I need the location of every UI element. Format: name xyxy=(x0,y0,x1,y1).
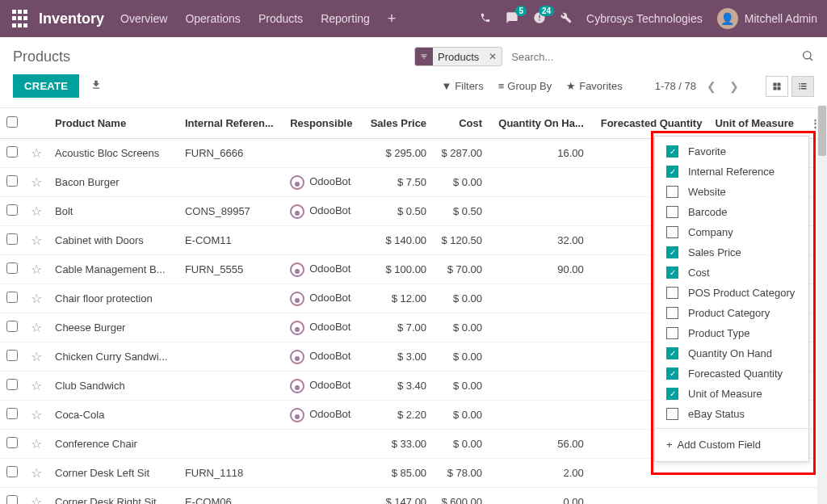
tools-icon[interactable] xyxy=(560,12,572,26)
table-row[interactable]: ☆Corner Desk Left SitFURN_1118$ 85.00$ 7… xyxy=(0,459,827,488)
row-checkbox[interactable] xyxy=(6,175,18,187)
phone-icon[interactable] xyxy=(480,12,491,26)
kanban-view-icon[interactable] xyxy=(766,76,788,97)
field-option[interactable]: POS Product Category xyxy=(655,283,808,303)
row-checkbox[interactable] xyxy=(6,233,18,245)
checkbox-icon xyxy=(666,307,678,319)
field-option[interactable]: ✓Internal Reference xyxy=(655,162,808,182)
row-checkbox[interactable] xyxy=(6,350,18,361)
svg-rect-8 xyxy=(801,86,807,87)
col-cost[interactable]: Cost xyxy=(433,108,489,139)
company-name[interactable]: Cybrosys Technologies xyxy=(586,12,703,25)
table-row[interactable]: ☆Corner Desk Right SitE-COM06$ 147.00$ 6… xyxy=(0,488,827,505)
star-icon[interactable]: ☆ xyxy=(31,379,42,393)
star-icon[interactable]: ☆ xyxy=(31,321,42,334)
nav-operations[interactable]: Operations xyxy=(185,12,240,25)
col-resp[interactable]: Responsible xyxy=(283,108,362,139)
nav-products[interactable]: Products xyxy=(258,12,303,25)
field-option[interactable]: ✓Forecasted Quantity xyxy=(655,363,808,384)
star-icon[interactable]: ☆ xyxy=(31,437,42,451)
field-option[interactable]: ✓Unit of Measure xyxy=(655,384,808,404)
star-icon[interactable]: ☆ xyxy=(31,204,42,218)
add-custom-field-button[interactable]: + Add Custom Field xyxy=(655,433,808,456)
filters-button[interactable]: ▼ Filters xyxy=(441,80,483,92)
list-view-icon[interactable] xyxy=(791,76,814,97)
cell-price: $ 33.00 xyxy=(362,430,433,459)
col-ref[interactable]: Internal Referen... xyxy=(178,108,283,139)
field-option[interactable]: ✓Favorite xyxy=(655,141,808,162)
row-checkbox[interactable] xyxy=(6,262,18,274)
activities-icon[interactable]: 24 xyxy=(533,11,546,27)
col-uom[interactable]: Unit of Measure xyxy=(708,108,804,139)
row-checkbox[interactable] xyxy=(6,379,18,390)
star-icon[interactable]: ☆ xyxy=(31,175,42,189)
pager-next-icon[interactable]: ❯ xyxy=(727,80,741,93)
nav-reporting[interactable]: Reporting xyxy=(321,12,370,25)
pager-prev-icon[interactable]: ❮ xyxy=(704,80,719,93)
groupby-button[interactable]: ≡ Group By xyxy=(498,80,552,92)
messages-badge: 5 xyxy=(515,6,527,16)
messages-icon[interactable]: 5 xyxy=(506,11,518,27)
cell-qoh xyxy=(489,168,590,197)
svg-rect-9 xyxy=(800,88,801,90)
search-icon[interactable] xyxy=(801,49,814,65)
search-input[interactable] xyxy=(509,48,801,65)
app-title[interactable]: Inventory xyxy=(39,10,104,27)
field-option[interactable]: Website xyxy=(655,182,808,202)
star-icon[interactable]: ☆ xyxy=(31,233,42,247)
nav-right: 5 24 Cybrosys Technologies 👤 Mitchell Ad… xyxy=(480,8,817,29)
field-option[interactable]: Company xyxy=(655,222,808,242)
field-label: Quantity On Hand xyxy=(688,347,772,359)
field-option[interactable]: ✓Quantity On Hand xyxy=(655,343,808,363)
col-name[interactable]: Product Name xyxy=(48,108,178,139)
field-option[interactable]: Barcode xyxy=(655,202,808,222)
star-icon[interactable]: ☆ xyxy=(31,466,42,480)
star-icon[interactable]: ☆ xyxy=(31,495,42,504)
col-qoh[interactable]: Quantity On Ha... xyxy=(489,108,590,139)
scrollbar[interactable] xyxy=(817,105,827,504)
star-icon[interactable]: ☆ xyxy=(31,262,42,276)
cell-name: Conference Chair xyxy=(48,430,178,459)
cell-price: $ 100.00 xyxy=(362,255,433,284)
field-label: POS Product Category xyxy=(688,287,795,299)
cell-ref xyxy=(178,342,283,372)
field-option[interactable]: eBay Status xyxy=(655,404,808,424)
nav-add-icon[interactable]: + xyxy=(388,10,397,27)
nav-overview[interactable]: Overview xyxy=(120,12,167,25)
pager-count[interactable]: 1-78 / 78 xyxy=(655,80,696,92)
cell-cost: $ 0.50 xyxy=(433,197,489,226)
field-option[interactable]: ✓Sales Price xyxy=(655,242,808,262)
field-option[interactable]: Product Category xyxy=(655,303,808,323)
user-menu[interactable]: 👤 Mitchell Admin xyxy=(717,8,817,29)
checkbox-icon: ✓ xyxy=(666,166,678,178)
checkbox-icon xyxy=(666,327,678,339)
favorites-button[interactable]: ★ Favorites xyxy=(566,80,622,92)
cell-ref: CONS_89957 xyxy=(178,197,283,226)
create-button[interactable]: CREATE xyxy=(13,74,79,98)
star-icon[interactable]: ☆ xyxy=(31,350,42,363)
scrollbar-thumb[interactable] xyxy=(818,106,826,156)
facet-close-icon[interactable]: ✕ xyxy=(484,51,502,62)
svg-rect-5 xyxy=(800,83,801,85)
row-checkbox[interactable] xyxy=(6,204,18,216)
apps-icon[interactable] xyxy=(10,9,29,28)
row-checkbox[interactable] xyxy=(6,466,18,477)
row-checkbox[interactable] xyxy=(6,146,18,158)
import-icon[interactable] xyxy=(90,79,102,93)
star-icon[interactable]: ☆ xyxy=(31,292,42,305)
star-icon[interactable]: ☆ xyxy=(31,408,42,422)
col-fq[interactable]: Forecasted Quantity xyxy=(590,108,709,139)
field-label: Cost xyxy=(688,267,710,279)
row-checkbox[interactable] xyxy=(6,408,18,419)
field-option[interactable]: ✓Cost xyxy=(655,262,808,283)
row-checkbox[interactable] xyxy=(6,495,18,504)
select-all-checkbox[interactable] xyxy=(6,116,18,128)
row-checkbox[interactable] xyxy=(6,437,18,448)
star-icon[interactable]: ☆ xyxy=(31,146,42,160)
cell-resp: OdooBot xyxy=(283,284,362,313)
field-label: Company xyxy=(688,226,733,238)
field-option[interactable]: Product Type xyxy=(655,323,808,343)
col-price[interactable]: Sales Price xyxy=(362,108,433,139)
row-checkbox[interactable] xyxy=(6,321,18,332)
row-checkbox[interactable] xyxy=(6,292,18,303)
